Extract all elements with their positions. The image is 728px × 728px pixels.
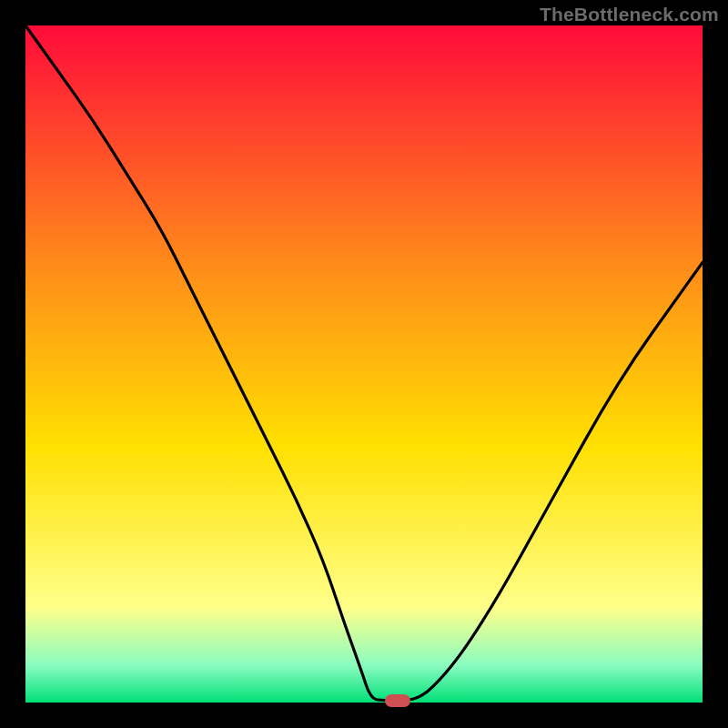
watermark-label: TheBottleneck.com xyxy=(540,4,719,25)
minimum-marker xyxy=(385,694,410,707)
chart-stage: TheBottleneck.com xyxy=(0,0,728,728)
bottleneck-chart xyxy=(0,0,728,728)
plot-background xyxy=(25,25,703,703)
